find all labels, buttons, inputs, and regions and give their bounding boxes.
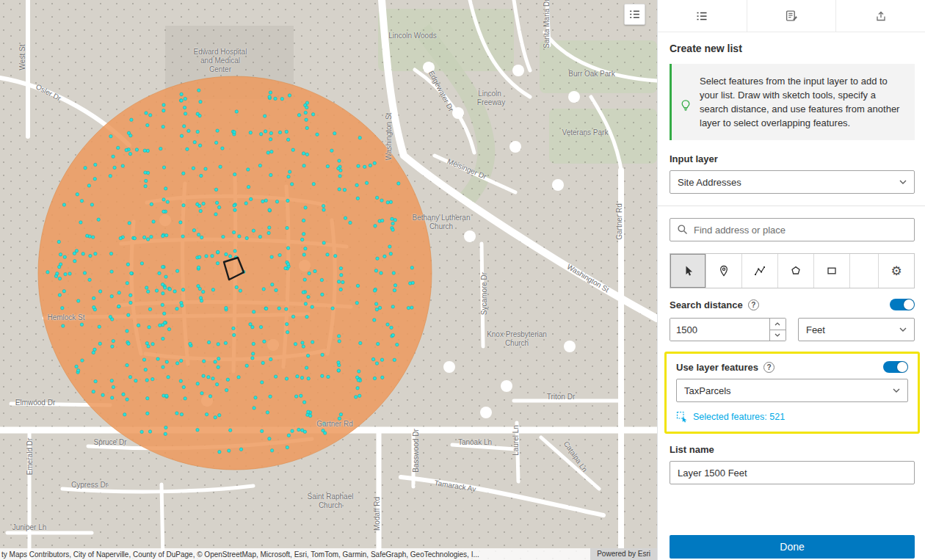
search-input[interactable] — [670, 218, 915, 241]
distance-input[interactable] — [670, 319, 769, 341]
help-icon[interactable]: ? — [763, 362, 775, 373]
basemap — [0, 0, 657, 560]
layer-select[interactable]: TaxParcels — [676, 379, 908, 402]
input-layer-label: Input layer — [670, 153, 915, 164]
tab-list-options[interactable] — [658, 0, 747, 32]
tab-create-list[interactable] — [747, 0, 837, 32]
page-title: Create new list — [670, 43, 915, 54]
info-text: Select features from the input layer to … — [700, 74, 906, 130]
search-distance-label: Search distance — [670, 299, 743, 310]
distance-unit-value: Feet — [806, 324, 825, 335]
tool-pointer-button[interactable] — [670, 254, 706, 288]
chevron-down-icon — [893, 388, 900, 393]
toolbar-spacer — [850, 254, 878, 288]
divider — [658, 206, 925, 206]
help-icon[interactable]: ? — [748, 299, 759, 310]
create-list-icon — [786, 10, 798, 22]
polyline-icon — [754, 265, 766, 277]
powered-by-esri-link[interactable]: Powered by Esri — [590, 548, 657, 560]
distance-inputs: Feet — [670, 318, 915, 341]
chevron-down-icon — [899, 327, 907, 332]
export-icon — [875, 10, 887, 22]
distance-unit-select[interactable]: Feet — [798, 318, 915, 341]
point-icon — [718, 265, 730, 277]
layer-list-icon — [628, 8, 641, 21]
list-name-input[interactable] — [670, 461, 915, 484]
tool-point-button[interactable] — [706, 254, 742, 288]
use-layer-features-label: Use layer features — [676, 362, 758, 373]
tab-export[interactable] — [836, 0, 925, 32]
sketch-toolbar: ⚙ — [670, 253, 915, 288]
list-options-icon — [696, 10, 708, 22]
search-distance-row: Search distance ? — [670, 299, 915, 310]
list-name-label: List name — [670, 444, 915, 455]
number-spinner — [769, 319, 786, 341]
use-layer-features-section: Use layer features ? TaxParcels — [664, 352, 920, 434]
use-layer-features-row: Use layer features ? — [676, 361, 908, 373]
spinner-up-button[interactable] — [770, 319, 786, 330]
spinner-down-button[interactable] — [770, 330, 786, 341]
input-layer-select[interactable]: Site Addresses — [670, 170, 915, 194]
app-window: West StOsler DrEdward Hospitaland Medica… — [0, 0, 925, 560]
tool-rectangle-button[interactable] — [814, 254, 850, 288]
create-list-panel: Create new list Select features from the… — [657, 0, 925, 560]
chevron-down-icon — [899, 180, 907, 184]
gear-icon: ⚙ — [890, 263, 902, 279]
map-canvas[interactable]: West StOsler DrEdward Hospitaland Medica… — [0, 0, 657, 560]
panel-body: Create new list Select features from the… — [658, 32, 925, 560]
distance-number-field — [670, 318, 786, 341]
attribution-text: ty Maps Contributors, City of Naperville… — [0, 550, 590, 559]
polygon-icon — [790, 265, 802, 277]
selected-features-text: Selected features: 521 — [693, 412, 785, 422]
use-layer-features-toggle[interactable] — [883, 361, 908, 373]
lightbulb-icon — [679, 99, 692, 112]
address-search — [670, 218, 915, 241]
done-button[interactable]: Done — [670, 535, 915, 559]
tool-polygon-button[interactable] — [778, 254, 814, 288]
map-attribution: ty Maps Contributors, City of Naperville… — [0, 548, 657, 560]
tool-polyline-button[interactable] — [742, 254, 778, 288]
rectangle-icon — [826, 265, 838, 277]
sketch-settings-button[interactable]: ⚙ — [878, 254, 914, 288]
layer-list-button[interactable] — [624, 4, 645, 25]
info-box: Select features from the input layer to … — [670, 64, 915, 140]
input-layer-value: Site Addresses — [678, 177, 741, 188]
search-icon — [677, 224, 688, 235]
pointer-icon — [682, 265, 694, 277]
select-features-icon — [676, 411, 688, 423]
layer-select-value: TaxParcels — [684, 385, 731, 396]
search-distance-toggle[interactable] — [890, 299, 915, 310]
panel-tabs — [658, 0, 925, 32]
selected-features-link[interactable]: Selected features: 521 — [676, 411, 908, 423]
